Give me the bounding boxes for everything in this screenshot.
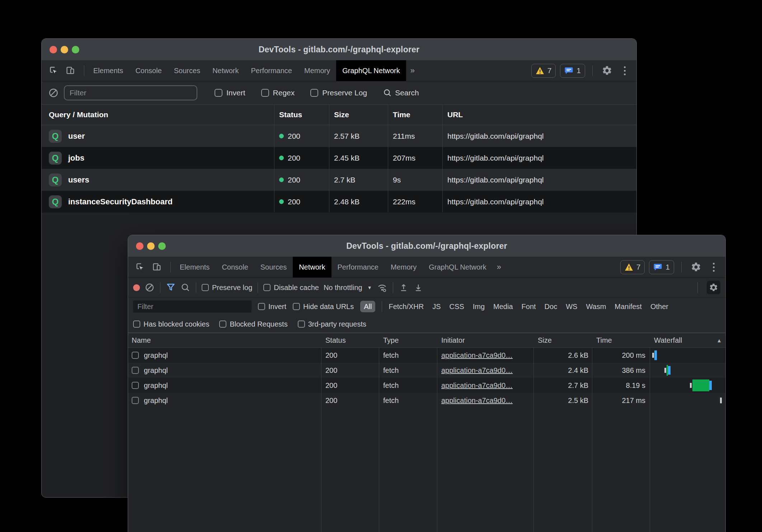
initiator-link[interactable]: application-a7ca9d0…: [441, 381, 513, 390]
warnings-badge[interactable]: 7: [620, 260, 645, 274]
preserve-log-checkbox[interactable]: [310, 89, 318, 97]
type-filter-other[interactable]: Other: [650, 303, 668, 311]
column-header-time[interactable]: Time: [388, 105, 442, 125]
throttling-select[interactable]: No throttling ▼: [324, 284, 372, 292]
more-tabs-icon[interactable]: »: [493, 257, 505, 277]
minimize-window-button[interactable]: [61, 46, 68, 53]
preserve-log-checkbox-group[interactable]: Preserve log: [202, 284, 252, 292]
blocked-requests-checkbox[interactable]: [219, 320, 226, 328]
issues-badge[interactable]: 1: [649, 260, 674, 274]
column-header-name[interactable]: Name: [128, 333, 321, 347]
disable-cache-checkbox-group[interactable]: Disable cache: [263, 284, 319, 292]
title-bar[interactable]: DevTools - gitlab.com/-/graphql-explorer: [42, 39, 636, 60]
tab-console[interactable]: Console: [216, 257, 254, 277]
zoom-window-button[interactable]: [72, 46, 79, 53]
type-filter-all[interactable]: All: [360, 301, 375, 312]
preserve-log-checkbox-group[interactable]: Preserve Log: [310, 89, 367, 97]
column-header-query-mutation[interactable]: Query / Mutation: [42, 105, 274, 125]
column-header-waterfall[interactable]: Waterfall ▲: [650, 333, 725, 347]
row-checkbox[interactable]: [132, 352, 139, 359]
type-filter-wasm[interactable]: Wasm: [586, 303, 606, 311]
tab-performance[interactable]: Performance: [331, 257, 385, 277]
tab-network[interactable]: Network: [206, 60, 245, 81]
tab-memory[interactable]: Memory: [298, 60, 336, 81]
invert-checkbox[interactable]: [258, 303, 265, 310]
tab-graphql-network[interactable]: GraphQL Network: [336, 60, 406, 81]
invert-checkbox-group[interactable]: Invert: [215, 89, 245, 97]
request-row[interactable]: graphql 200 fetch application-a7ca9d0… 2…: [128, 348, 725, 363]
column-header-url[interactable]: URL: [442, 105, 636, 125]
hide-data-urls-checkbox-group[interactable]: Hide data URLs: [293, 303, 354, 311]
hide-data-urls-checkbox[interactable]: [293, 303, 300, 310]
tab-elements[interactable]: Elements: [87, 60, 129, 81]
column-header-status[interactable]: Status: [274, 105, 329, 125]
network-filter-input[interactable]: [133, 300, 251, 313]
filter-input[interactable]: [64, 85, 197, 100]
regex-checkbox[interactable]: [261, 89, 269, 97]
column-header-size[interactable]: Size: [329, 105, 388, 125]
row-checkbox[interactable]: [132, 367, 139, 374]
column-header-time[interactable]: Time: [592, 333, 650, 347]
more-options-icon[interactable]: [618, 65, 631, 77]
table-row[interactable]: Qjobs 200 2.45 kB 207ms https://gitlab.c…: [42, 147, 636, 169]
close-window-button[interactable]: [50, 46, 57, 53]
type-filter-font[interactable]: Font: [522, 303, 536, 311]
device-toolbar-icon[interactable]: [63, 63, 77, 78]
network-conditions-icon[interactable]: [377, 282, 387, 293]
more-options-icon[interactable]: [707, 261, 720, 273]
inspect-element-icon[interactable]: [47, 63, 61, 78]
initiator-link[interactable]: application-a7ca9d0…: [441, 366, 513, 375]
request-row[interactable]: graphql 200 fetch application-a7ca9d0… 2…: [128, 393, 725, 408]
has-blocked-cookies-checkbox-group[interactable]: Has blocked cookies: [133, 320, 209, 328]
zoom-window-button[interactable]: [158, 242, 166, 250]
search-icon[interactable]: [180, 282, 190, 293]
type-filter-css[interactable]: CSS: [450, 303, 464, 311]
type-filter-doc[interactable]: Doc: [545, 303, 558, 311]
tab-sources[interactable]: Sources: [254, 257, 293, 277]
table-row[interactable]: QinstanceSecurityDashboard 200 2.48 kB 2…: [42, 191, 636, 213]
network-settings-gear-icon[interactable]: [707, 281, 720, 294]
third-party-requests-checkbox-group[interactable]: 3rd-party requests: [298, 320, 366, 328]
request-row[interactable]: graphql 200 fetch application-a7ca9d0… 2…: [128, 378, 725, 393]
tab-network[interactable]: Network: [293, 257, 331, 277]
settings-gear-icon[interactable]: [689, 260, 703, 274]
close-window-button[interactable]: [136, 242, 144, 250]
has-blocked-cookies-checkbox[interactable]: [133, 320, 140, 328]
tab-memory[interactable]: Memory: [385, 257, 423, 277]
tab-console[interactable]: Console: [129, 60, 168, 81]
more-tabs-icon[interactable]: »: [406, 60, 419, 81]
preserve-log-checkbox[interactable]: [202, 284, 209, 291]
column-header-status[interactable]: Status: [321, 333, 379, 347]
tab-graphql-network[interactable]: GraphQL Network: [423, 257, 492, 277]
inspect-element-icon[interactable]: [133, 260, 147, 274]
table-header-row[interactable]: Query / Mutation Status Size Time URL: [42, 105, 636, 125]
regex-checkbox-group[interactable]: Regex: [261, 89, 295, 97]
tab-elements[interactable]: Elements: [174, 257, 216, 277]
export-har-icon[interactable]: [413, 282, 423, 293]
type-filter-img[interactable]: Img: [473, 303, 485, 311]
table-row[interactable]: Quser 200 2.57 kB 211ms https://gitlab.c…: [42, 125, 636, 147]
third-party-requests-checkbox[interactable]: [298, 320, 305, 328]
import-har-icon[interactable]: [399, 282, 409, 293]
initiator-link[interactable]: application-a7ca9d0…: [441, 396, 513, 405]
minimize-window-button[interactable]: [147, 242, 155, 250]
device-toolbar-icon[interactable]: [150, 260, 164, 274]
type-filter-ws[interactable]: WS: [566, 303, 577, 311]
column-header-size[interactable]: Size: [533, 333, 592, 347]
table-header-row[interactable]: Name Status Type Initiator Size Time Wat…: [128, 333, 725, 348]
type-filter-manifest[interactable]: Manifest: [615, 303, 642, 311]
column-header-initiator[interactable]: Initiator: [437, 333, 533, 347]
row-checkbox[interactable]: [132, 397, 139, 404]
initiator-link[interactable]: application-a7ca9d0…: [441, 351, 513, 360]
type-filter-js[interactable]: JS: [432, 303, 441, 311]
row-checkbox[interactable]: [132, 382, 139, 389]
record-network-log-button[interactable]: [133, 284, 140, 291]
invert-checkbox[interactable]: [215, 89, 222, 97]
type-filter-media[interactable]: Media: [493, 303, 513, 311]
type-filter-fetch-xhr[interactable]: Fetch/XHR: [389, 303, 424, 311]
clear-network-log-icon[interactable]: [145, 282, 155, 293]
disable-cache-checkbox[interactable]: [263, 284, 271, 291]
clear-icon[interactable]: [48, 87, 59, 98]
invert-checkbox-group[interactable]: Invert: [258, 303, 286, 311]
table-row[interactable]: Qusers 200 2.7 kB 9s https://gitlab.com/…: [42, 169, 636, 191]
